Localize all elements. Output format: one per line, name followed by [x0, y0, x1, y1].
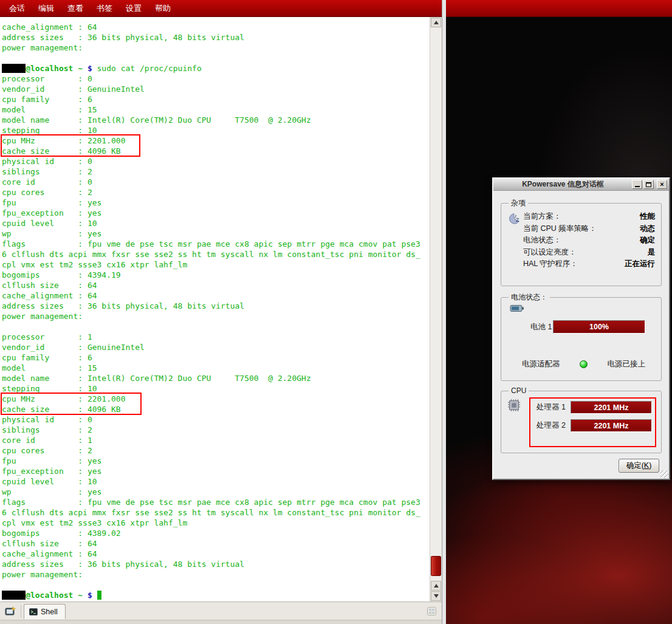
terminal-line: cpu MHz : 2201.000 [2, 394, 430, 404]
terminal-scrollbar[interactable] [430, 17, 442, 602]
cpu-group-legend: CPU [509, 386, 529, 395]
menu-item[interactable]: 书签 [90, 1, 119, 16]
terminal-line: flags : fpu vme de pse tsc msr pae mce c… [2, 497, 430, 507]
menu-item[interactable]: 会话 [2, 1, 32, 16]
terminal-line: bogomips : 4389.02 [2, 528, 430, 538]
terminal-text-segment: clflush size : 64 [2, 539, 97, 548]
terminal-text-segment: @localhost ~ [26, 64, 87, 73]
terminal-line: stepping : 10 [2, 383, 430, 394]
scroll-down-button[interactable] [431, 591, 441, 601]
battery-percent: 100% [589, 323, 609, 331]
terminal-line: processor : 1 [2, 332, 430, 342]
terminal-text-segment: power management: [2, 43, 83, 52]
menu-item[interactable]: 设置 [119, 1, 148, 16]
close-button[interactable]: × [657, 180, 667, 189]
terminal-line: cpuid level : 10 [2, 476, 430, 487]
arrow-up-icon [434, 21, 439, 24]
menu-item[interactable]: 查看 [61, 1, 90, 16]
ok-button[interactable]: 确定(K) [619, 459, 659, 473]
cpu-group: CPU 处理器 1 2201 MHz [501, 386, 662, 453]
adapter-status: 电源已接上 [608, 359, 646, 369]
terminal-line: processor : 0 [2, 74, 430, 84]
terminal-line: cpu cores : 2 [2, 445, 430, 456]
terminal-text-segment: cpuid level : 10 [2, 477, 97, 486]
scroll-up-button[interactable] [431, 18, 441, 27]
info-value: 确定 [640, 235, 655, 247]
background-window-titlebar[interactable] [446, 0, 672, 17]
terminal-line: cache_alignment : 64 [2, 290, 430, 301]
info-label: 当前 CPU 频率策略： [523, 223, 597, 235]
misc-group: 杂项 zZ 当前方案： 性能 当前 CPU 频率策略： 动态 [501, 198, 662, 286]
tab-shell[interactable]: Shell [24, 604, 66, 619]
terminal-line: cache size : 4096 KB [2, 404, 430, 414]
terminal-text-segment: bogomips : 4394.19 [2, 270, 121, 279]
terminal-text-segment: cache size : 4096 KB [2, 146, 121, 156]
tab-label: Shell [41, 608, 58, 616]
cpu-frequency-value: 2201 MHz [594, 403, 629, 412]
battery-icon [510, 304, 524, 313]
terminal-text-segment: physical id : 0 [2, 415, 92, 424]
info-value: 是 [648, 247, 656, 259]
terminal-line: cpu cores : 2 [2, 187, 430, 197]
scrollbar-thumb[interactable] [431, 556, 441, 576]
menu-item[interactable]: 编辑 [32, 1, 61, 16]
terminal-text-segment: cpu family : 6 [2, 353, 92, 362]
terminal-line: model name : Intel(R) Core(TM)2 Duo CPU … [2, 373, 430, 383]
terminal-line: fpu_exception : yes [2, 466, 430, 476]
power-led-icon [580, 360, 588, 368]
terminal-text-segment: wp : yes [2, 229, 101, 238]
terminal-line: 6 clflush dts acpi mmx fxsr sse sse2 ss … [2, 507, 430, 518]
terminal-line: fpu : yes [2, 456, 430, 466]
kpowersave-dialog: KPowersave 信息对话框 × 杂项 zZ 当前方案： 性能 [492, 177, 670, 480]
terminal-text-segment: cpu cores : 2 [2, 446, 92, 455]
svg-text:Z: Z [516, 217, 519, 223]
terminal-line: model name : Intel(R) Core(TM)2 Duo CPU … [2, 115, 430, 125]
terminal-screen[interactable]: cache_alignment : 64address sizes : 36 b… [0, 17, 430, 602]
terminal-line: wp : yes [2, 228, 430, 239]
terminal-line: cpl vmx est tm2 ssse3 cx16 xtpr lahf_lm [2, 518, 430, 528]
minimize-icon [635, 186, 640, 187]
window-bottom-border [0, 620, 442, 624]
terminal-line: cpu family : 6 [2, 352, 430, 363]
terminal-text-segment: siblings : 2 [2, 167, 92, 176]
session-list-button[interactable] [423, 604, 439, 619]
terminal-window: 会话 编辑 查看 书签 设置 帮助 cache_alignment : 64ad… [0, 0, 442, 624]
menu-item[interactable]: 帮助 [148, 1, 177, 16]
terminal-text-segment: fpu_exception : yes [2, 467, 101, 476]
terminal-line: physical id : 0 [2, 414, 430, 425]
terminal-text-segment: cpu MHz : 2201.000 [2, 394, 126, 403]
terminal-line: 6 clflush dts acpi mmx fxsr sse sse2 ss … [2, 249, 430, 259]
terminal-line: @localhost ~ $ [2, 590, 430, 600]
terminal-line: power management: [2, 569, 430, 580]
terminal-line: address sizes : 36 bits physical, 48 bit… [2, 32, 430, 43]
terminal-line: model : 15 [2, 363, 430, 373]
terminal-text-segment: core id : 0 [2, 177, 92, 187]
resize-grip[interactable] [660, 470, 668, 478]
terminal-text-segment: cpu MHz : 2201.000 [2, 136, 126, 145]
terminal-text-segment: cpuid level : 10 [2, 219, 97, 228]
tabbar-separator [21, 605, 21, 617]
terminal-line: address sizes : 36 bits physical, 48 bit… [2, 559, 430, 569]
info-label: 电池状态： [523, 235, 561, 247]
terminal-text-segment: wp : yes [2, 487, 101, 496]
maximize-button[interactable] [643, 180, 654, 189]
terminal-line: power management: [2, 43, 430, 53]
minimize-button[interactable] [632, 180, 642, 189]
terminal-text-segment: power management: [2, 312, 83, 321]
terminal-text-segment: cpu cores : 2 [2, 188, 92, 197]
terminal-text-segment: cache_alignment : 64 [2, 291, 97, 300]
dialog-titlebar[interactable]: KPowersave 信息对话框 × [493, 179, 669, 191]
terminal-line: fpu : yes [2, 197, 430, 208]
terminal-line: physical id : 0 [2, 156, 430, 166]
terminal-line: vendor_id : GenuineIntel [2, 84, 430, 94]
terminal-text-segment: fpu : yes [2, 456, 101, 465]
new-session-button[interactable] [2, 604, 18, 619]
terminal-line: wp : yes [2, 487, 430, 497]
terminal-text-segment: $ [87, 591, 92, 600]
terminal-line: address sizes : 36 bits physical, 48 bit… [2, 301, 430, 311]
scroll-up-button-bottom[interactable] [431, 581, 441, 591]
sleep-icon: zZ [507, 212, 521, 225]
terminal-line: cache_alignment : 64 [2, 22, 430, 32]
terminal-line [2, 580, 430, 590]
session-list-icon [427, 607, 436, 615]
